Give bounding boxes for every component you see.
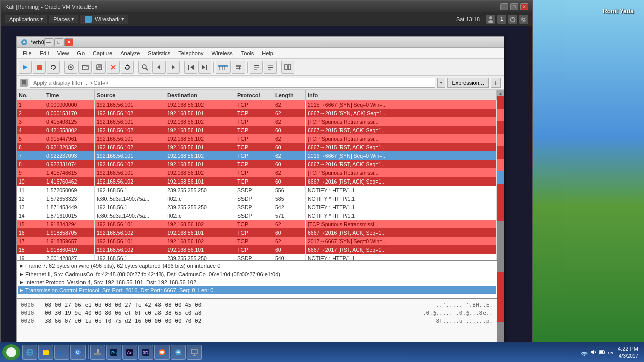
tool-stop-capture[interactable] (33, 61, 46, 74)
taskbar-ae[interactable]: Ae (122, 345, 137, 360)
packet-rows-container: 1 0.000000000 192.168.56.101 192.168.56.… (17, 100, 497, 260)
ws-close-btn[interactable]: ✕ (64, 38, 73, 46)
menu-capture[interactable]: Capture (89, 49, 116, 57)
wireshark-menu[interactable]: Wireshark ▾ (80, 15, 128, 24)
systray-keyboard[interactable]: EN (607, 349, 614, 356)
tool-next[interactable] (167, 61, 180, 74)
ws-toolbar (17, 59, 504, 76)
filter-history-btn[interactable] (437, 78, 445, 88)
tool-zoom-out[interactable] (264, 61, 277, 74)
table-row[interactable]: 3 0.415408125 192.168.56.101 192.168.56.… (17, 117, 497, 126)
taskbar-monitor[interactable] (187, 345, 202, 360)
vm-maximize-btn[interactable]: □ (510, 3, 518, 10)
dropdown-arrow: ▾ (40, 16, 43, 22)
menu-go[interactable]: Go (73, 49, 89, 57)
scroll-indicator-block (497, 246, 504, 259)
menu-statistics[interactable]: Statistics (144, 49, 174, 57)
tool-auto-scroll[interactable] (232, 61, 245, 74)
table-row[interactable]: 4 0.421558802 192.168.56.102 192.168.56.… (17, 126, 497, 134)
taskbar-photoshop[interactable]: Ps (106, 345, 121, 360)
table-row[interactable]: 1 0.000000000 192.168.56.101 192.168.56.… (17, 100, 497, 109)
tool-restart-capture[interactable] (47, 61, 60, 74)
taskbar-ie[interactable] (22, 345, 37, 360)
display-filter-input[interactable] (30, 78, 435, 88)
expression-btn[interactable]: Expression... (447, 78, 489, 88)
scroll-up-btn[interactable]: ▲ (497, 90, 504, 96)
detail-row[interactable]: ▶Frame 7: 62 bytes on wire (496 bits), 6… (18, 262, 496, 270)
add-filter-btn[interactable]: + (491, 78, 501, 88)
scroll-indicator-block (497, 259, 504, 272)
tool-jump-last[interactable] (198, 61, 211, 74)
table-row[interactable]: 15 1.918843294 192.168.56.101 192.168.56… (17, 220, 497, 228)
kali-settings-btn[interactable] (519, 15, 528, 24)
vm-minimize-btn[interactable]: — (500, 3, 508, 10)
detail-row[interactable]: ▶Transmission Control Protocol, Src Port… (18, 286, 496, 294)
table-row[interactable]: 17 1.918859657 192.168.56.101 192.168.56… (17, 237, 497, 245)
filter-bookmark-icon[interactable] (20, 79, 28, 87)
tool-capture-options[interactable] (64, 61, 77, 74)
menu-tools[interactable]: Tools (237, 49, 258, 57)
tool-resize-columns[interactable] (281, 61, 294, 74)
menu-wireless[interactable]: Wireless (208, 49, 237, 57)
tool-reload[interactable] (121, 61, 134, 74)
svg-marker-24 (190, 65, 194, 70)
table-row[interactable]: 18 1.918860419 192.168.56.102 192.168.56… (17, 245, 497, 254)
vm-close-btn[interactable]: ✕ (520, 3, 528, 10)
applications-menu[interactable]: Applications ▾ (5, 15, 47, 23)
ws-maximize-btn[interactable]: □ (54, 38, 63, 46)
table-row[interactable]: 14 1.871610015 fe80::5d3a:1490:75a... ff… (17, 211, 497, 220)
table-row[interactable]: 19 2.001428827 192.168.56.1 239.255.255.… (17, 254, 497, 260)
start-button[interactable] (2, 344, 20, 360)
taskbar-app[interactable] (154, 345, 170, 360)
detail-row[interactable]: ▶Internet Protocol Version 4, Src: 192.1… (18, 278, 496, 286)
taskbar-wireshark[interactable] (171, 345, 186, 360)
taskbar-tools[interactable] (90, 345, 105, 360)
filter-dropdown-area[interactable] (437, 78, 445, 88)
scroll-indicator-block (497, 121, 504, 134)
table-row[interactable]: 10 1.415760462 192.168.56.102 192.168.56… (17, 177, 497, 186)
menu-edit[interactable]: Edit (36, 49, 53, 57)
table-row[interactable]: 7 0.922237093 192.168.56.101 192.168.56.… (17, 151, 497, 160)
detail-row[interactable]: ▶Ethernet II, Src: CadmusCo_fc:42:48 (08… (18, 270, 496, 278)
table-row[interactable]: 12 1.572653323 fe80::5d3a:1490:75a... ff… (17, 194, 497, 203)
kali-topbar: Applications ▾ Places ▾ Wireshark ▾ Sat … (1, 12, 532, 26)
menu-telephony[interactable]: Telephony (174, 49, 207, 57)
systray-network[interactable] (580, 348, 588, 356)
systray-battery[interactable] (598, 348, 606, 356)
tool-zoom-in[interactable] (250, 61, 263, 74)
table-row[interactable]: 5 0.915447961 192.168.56.101 192.168.56.… (17, 134, 497, 143)
table-row[interactable]: 11 1.572050069 192.168.56.1 239.255.255.… (17, 186, 497, 194)
table-row[interactable]: 13 1.871453449 192.168.56.1 239.255.255.… (17, 203, 497, 211)
svg-point-5 (521, 17, 526, 21)
table-row[interactable]: 2 0.000153170 192.168.56.102 192.168.56.… (17, 109, 497, 117)
taskbar-3d[interactable]: 3D (138, 345, 153, 360)
table-row[interactable]: 6 0.921820352 192.168.56.102 192.168.56.… (17, 143, 497, 151)
menu-analyze[interactable]: Analyze (116, 49, 144, 57)
kali-number-badge[interactable]: 1 (497, 15, 506, 24)
taskbar-explorer[interactable] (38, 345, 53, 360)
menu-view[interactable]: View (53, 49, 73, 57)
places-menu[interactable]: Places ▾ (49, 15, 78, 23)
tool-jump-first[interactable] (184, 61, 197, 74)
table-row[interactable]: 16 1.918858705 192.168.56.102 192.168.56… (17, 228, 497, 237)
ws-minimize-btn[interactable]: — (44, 38, 53, 46)
taskbar-chrome[interactable] (70, 345, 86, 360)
menu-file[interactable]: File (19, 49, 36, 57)
tool-open[interactable] (78, 61, 92, 74)
scroll-indicator-block (497, 134, 504, 146)
tool-colorize[interactable] (216, 61, 231, 74)
win-clock[interactable]: 4:22 PM 4/3/2017 (618, 345, 638, 360)
kali-power-btn[interactable] (508, 15, 517, 24)
tool-find[interactable] (138, 61, 151, 74)
taskbar-edge[interactable] (54, 345, 69, 360)
ws-scrollbar[interactable]: ▲ ▼ (497, 90, 504, 353)
tool-close[interactable] (107, 61, 120, 74)
menu-help[interactable]: Help (258, 49, 277, 57)
table-row[interactable]: 9 1.415746615 192.168.56.101 192.168.56.… (17, 168, 497, 177)
tool-prev[interactable] (152, 61, 166, 74)
tool-start-capture[interactable] (19, 61, 32, 74)
kali-users-icon[interactable] (486, 15, 495, 24)
systray-sound[interactable] (589, 348, 597, 356)
tool-save[interactable] (93, 61, 106, 74)
table-row[interactable]: 8 0.922331074 192.168.56.102 192.168.56.… (17, 160, 497, 168)
